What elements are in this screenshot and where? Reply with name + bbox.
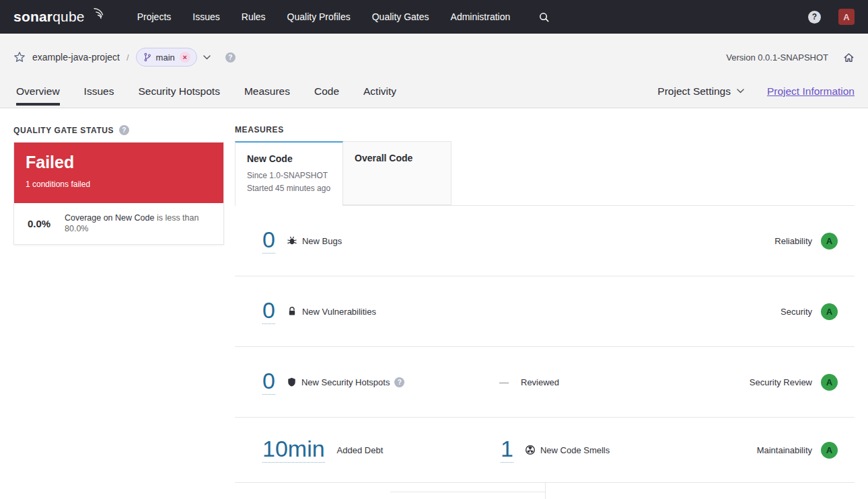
home-icon[interactable] (843, 52, 855, 63)
maintainability-label: Maintainability (757, 445, 812, 455)
branch-help-icon[interactable]: ? (225, 52, 236, 63)
measures-title-text: MEASURES (235, 125, 284, 135)
hotspots-reviewed-group: — Reviewed (499, 377, 559, 387)
quality-gate-status-panel: Failed 1 conditions failed (14, 143, 223, 203)
tab-measures[interactable]: Measures (244, 74, 290, 108)
nav-item-quality-gates[interactable]: Quality Gates (372, 0, 429, 34)
new-code-tab-label: New Code (247, 153, 331, 164)
search-icon[interactable] (538, 11, 550, 23)
chevron-down-icon (737, 89, 744, 93)
navbar-right-group: ? A (808, 9, 855, 25)
branch-chevron-down-icon[interactable] (203, 55, 211, 60)
reviewed-dash: — (499, 377, 509, 387)
project-tabs: Overview Issues Security Hotspots Measur… (13, 74, 855, 108)
new-code-since: Since 1.0-SNAPSHOT (247, 169, 331, 182)
security-review-rating-badge: A (821, 374, 838, 391)
new-bugs-label-group: New Bugs (287, 235, 342, 246)
project-settings-label: Project Settings (657, 85, 731, 98)
reliability-rating-group: Reliability A (774, 233, 838, 250)
partial-border-top (390, 492, 545, 492)
logo-swoosh-icon (86, 7, 104, 23)
shield-icon (287, 377, 297, 387)
bug-icon (287, 235, 297, 246)
quality-gate-status: Failed (26, 153, 212, 172)
quality-gate-condition-row: 0.0% Coverage on New Code is less than 8… (14, 203, 223, 244)
reliability-rating-badge: A (821, 233, 838, 250)
condition-description: Coverage on New Code is less than 80.0% (65, 213, 207, 235)
tab-overview[interactable]: Overview (16, 74, 60, 108)
top-navbar: sonarqube Projects Issues Rules Quality … (0, 0, 868, 34)
next-section-partial (235, 482, 855, 499)
logo-text-sonar: sonar (13, 9, 52, 24)
favorite-star-icon[interactable] (13, 51, 26, 63)
project-information-link[interactable]: Project Information (767, 85, 855, 98)
quality-gate-conditions-summary: 1 conditions failed (26, 180, 212, 189)
new-bugs-label: New Bugs (302, 236, 342, 246)
sonarqube-logo[interactable]: sonarqube (13, 8, 104, 26)
security-rating-badge: A (821, 303, 838, 320)
branch-selector-chip[interactable]: main × (136, 48, 197, 67)
security-label: Security (781, 307, 812, 317)
measure-row-maintainability: 10min Added Debt 1 New Code Smells Maint… (235, 418, 855, 483)
measure-row-security: 0 New Vulnerabilities Security A (235, 276, 855, 347)
measures-tab-overall-code[interactable]: Overall Code (343, 141, 451, 205)
nav-item-rules[interactable]: Rules (242, 0, 266, 34)
new-bugs-count-link[interactable]: 0 (262, 228, 275, 254)
new-code-tab-subtitle: Since 1.0-SNAPSHOT Started 45 minutes ag… (247, 169, 331, 195)
main-navigation: Projects Issues Rules Quality Profiles Q… (137, 0, 511, 34)
overall-code-tab-label: Overall Code (355, 153, 439, 163)
project-tabs-right: Project Settings Project Information (657, 74, 855, 108)
new-vulnerabilities-label: New Vulnerabilities (302, 307, 376, 317)
new-code-smells-label-group: New Code Smells (525, 445, 610, 455)
breadcrumb-right-group: Version 0.0.1-SNAPSHOT (726, 52, 855, 63)
tab-code[interactable]: Code (314, 74, 339, 108)
breadcrumb-separator: / (126, 52, 129, 63)
measures-tab-new-code[interactable]: New Code Since 1.0-SNAPSHOT Started 45 m… (235, 141, 343, 206)
security-hotspots-help-icon[interactable]: ? (394, 377, 404, 387)
new-security-hotspots-label: New Security Hotspots (301, 377, 390, 387)
quality-gate-title-text: QUALITY GATE STATUS (13, 126, 114, 135)
security-review-label: Security Review (750, 377, 812, 387)
branch-remove-icon[interactable]: × (180, 52, 190, 63)
measures-section-title: MEASURES (235, 125, 284, 135)
new-security-hotspots-count-link[interactable]: 0 (262, 369, 275, 395)
nav-item-projects[interactable]: Projects (137, 0, 172, 34)
quality-gate-help-icon[interactable]: ? (119, 125, 129, 135)
maintainability-rating-group: Maintainability A (757, 442, 838, 459)
tab-issues[interactable]: Issues (84, 74, 114, 108)
breadcrumb: example-java-project / main × ? Version … (13, 42, 855, 72)
new-vulnerabilities-label-group: New Vulnerabilities (287, 306, 376, 317)
project-tabs-left: Overview Issues Security Hotspots Measur… (13, 74, 396, 108)
nav-item-administration[interactable]: Administration (451, 0, 511, 34)
condition-value-link[interactable]: 0.0% (25, 218, 53, 229)
new-code-smells-count-link[interactable]: 1 (501, 437, 513, 463)
added-debt-label: Added Debt (337, 445, 384, 455)
quality-gate-card: Failed 1 conditions failed 0.0% Coverage… (13, 142, 224, 245)
measure-row-security-review: 0 New Security Hotspots ? — Reviewed Sec… (235, 347, 855, 418)
avatar[interactable]: A (838, 9, 855, 25)
code-smell-icon (525, 445, 536, 455)
nav-item-issues[interactable]: Issues (192, 0, 219, 34)
security-rating-group: Security A (781, 303, 838, 320)
nav-item-quality-profiles[interactable]: Quality Profiles (287, 0, 351, 34)
project-subheader: example-java-project / main × ? Version … (0, 34, 868, 108)
new-code-started: Started 45 minutes ago (247, 182, 331, 195)
added-debt-link[interactable]: 10min (262, 437, 325, 463)
help-icon[interactable]: ? (808, 11, 821, 24)
tab-security-hotspots[interactable]: Security Hotspots (138, 74, 219, 108)
condition-metric: Coverage on New Code (65, 213, 154, 223)
security-review-rating-group: Security Review A (750, 374, 838, 391)
branch-icon (143, 52, 151, 62)
quality-gate-section-title: QUALITY GATE STATUS ? (13, 125, 129, 135)
new-vulnerabilities-count-link[interactable]: 0 (262, 299, 275, 324)
lock-icon (287, 306, 297, 317)
project-version-label: Version 0.0.1-SNAPSHOT (726, 52, 828, 63)
new-code-smells-label: New Code Smells (540, 445, 610, 455)
logo-text: sonarqube (13, 8, 85, 26)
tab-activity[interactable]: Activity (363, 74, 396, 108)
measures-panel: 0 New Bugs Reliability A 0 (235, 205, 855, 483)
measure-row-reliability: 0 New Bugs Reliability A (235, 206, 855, 276)
logo-text-qube: qube (52, 9, 85, 24)
project-settings-button[interactable]: Project Settings (657, 85, 744, 98)
breadcrumb-project-link[interactable]: example-java-project (32, 52, 120, 63)
